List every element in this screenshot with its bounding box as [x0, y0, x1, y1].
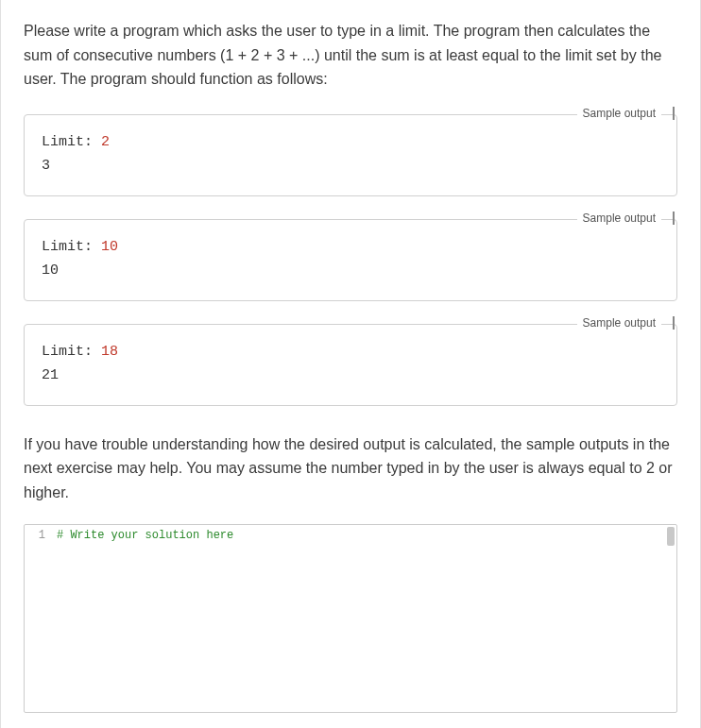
sample-output-box-1: Sample output Limit: 2 3: [24, 114, 677, 196]
sample-output-box-3: Sample output Limit: 18 21: [24, 324, 677, 406]
sample-output-label: Sample output: [577, 107, 661, 120]
sample-user-input: 18: [101, 344, 118, 360]
sample-line-output: 10: [42, 259, 659, 283]
sample-line-output: 21: [42, 364, 659, 388]
sample-output-label: Sample output: [577, 212, 661, 225]
sample-line-output: 3: [42, 154, 659, 178]
sample-line-prompt: Limit: 10: [42, 235, 659, 260]
sample-output-label: Sample output: [577, 316, 661, 330]
scrollbar-thumb[interactable]: [667, 527, 675, 546]
code-editor[interactable]: 1 # Write your solution here: [24, 524, 677, 713]
code-comment: # Write your solution here: [57, 529, 676, 542]
hint-text: If you have trouble understanding how th…: [24, 432, 677, 505]
sample-line-prompt: Limit: 18: [42, 340, 659, 364]
editor-line-1[interactable]: 1 # Write your solution here: [25, 525, 676, 546]
sample-user-input: 2: [101, 134, 110, 150]
line-number: 1: [25, 529, 57, 542]
problem-description: Please write a program which asks the us…: [24, 19, 677, 92]
sample-output-box-2: Sample output Limit: 10 10: [24, 219, 677, 301]
sample-line-prompt: Limit: 2: [42, 130, 659, 155]
sample-user-input: 10: [101, 239, 118, 255]
